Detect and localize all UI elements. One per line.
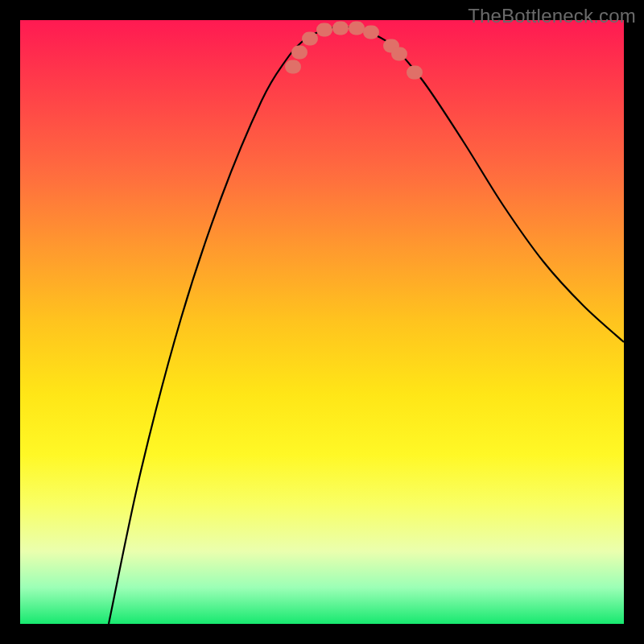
curve-marker — [316, 23, 332, 37]
curve-marker — [363, 26, 379, 39]
curve-marker — [291, 46, 308, 60]
watermark-text: TheBottleneck.com — [468, 5, 636, 27]
curve-marker — [302, 32, 318, 46]
curve-marker — [285, 60, 301, 74]
curve-marker — [349, 22, 365, 35]
chart-canvas — [20, 20, 624, 624]
bottleneck-curve — [109, 27, 624, 624]
curve-marker — [407, 66, 423, 80]
curve-marker — [332, 22, 349, 35]
curve-marker — [391, 47, 407, 61]
bottleneck-plot — [20, 20, 624, 624]
